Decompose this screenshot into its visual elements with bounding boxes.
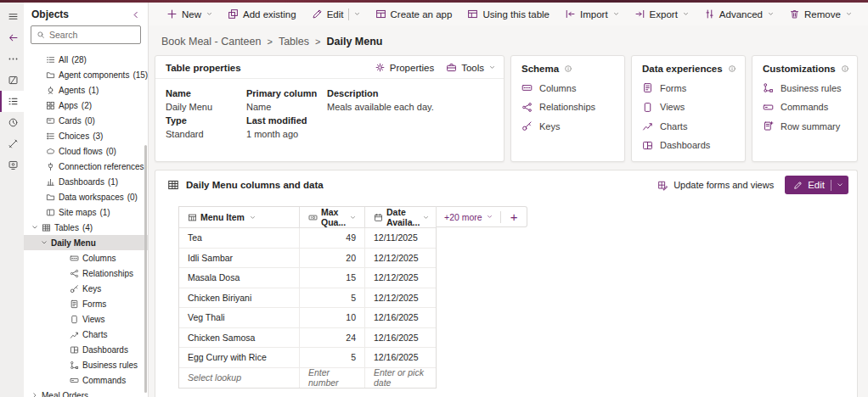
more-columns-button[interactable]: +20 more [444,212,493,222]
sidebar-subitem-forms[interactable]: Forms [24,296,148,311]
info-icon[interactable] [728,64,736,73]
sidebar-item-all[interactable]: All(28) [24,52,148,67]
schema-card: Schema Columns Relationships Keys [510,55,625,162]
export-button[interactable]: Export [627,3,696,25]
column-header-date-available[interactable]: Date Availa... [365,207,436,227]
advanced-button[interactable]: Advanced [696,3,781,25]
card-title: Data experiences [642,64,723,74]
table-row[interactable]: Idli Sambar2012/12/2025 [179,249,436,269]
edit-table-button[interactable]: Edit [785,176,848,194]
sidebar-item-agent-components[interactable]: Agent components(15) [24,67,148,82]
sidebar-subitem-charts[interactable]: Charts [24,327,148,342]
chevron-right-icon [31,392,38,397]
remove-button[interactable]: Remove [781,3,860,25]
breadcrumb-solution[interactable]: Book Meal - Canteen [161,36,261,48]
hamburger-menu-icon[interactable] [0,6,24,27]
history-icon[interactable] [0,112,24,133]
business-rules-link[interactable]: Business rules [763,82,848,93]
collapse-sidebar-icon[interactable] [131,10,140,20]
sidebar-item-choices[interactable]: Choices(3) [24,128,148,143]
item-count: (0) [85,116,95,126]
search-input[interactable] [49,30,126,40]
sidebar-scrollbar[interactable] [144,145,147,393]
charts-icon [70,330,79,339]
dashboards-link[interactable]: Dashboards [642,140,736,151]
pencil-icon [793,181,803,190]
sidebar-item-data-workspaces[interactable]: Data workspaces(0) [24,189,148,204]
sidebar-subitem-columns[interactable]: Columns [24,250,148,266]
sidebar-subitem-dashboards[interactable]: Dashboards [24,342,148,357]
sidebar-item-meal-orders[interactable]: Meal Orders [24,388,148,397]
column-header-max-quantity[interactable]: Max Qua... [300,207,365,227]
folder-icon [46,193,55,202]
table-row[interactable]: Tea4912/11/2025 [179,228,436,249]
charts-link[interactable]: Charts [642,120,736,131]
tools-button[interactable]: Tools [446,62,495,73]
pages-icon[interactable] [0,70,24,91]
schema-columns-link[interactable]: Columns [521,82,616,93]
sidebar-search[interactable] [31,25,141,44]
views-link[interactable]: Views [642,102,736,113]
update-forms-icon [657,180,668,191]
item-label: Choices [59,131,89,141]
properties-button[interactable]: Properties [375,62,434,73]
item-label: Tables [54,223,79,232]
info-icon[interactable] [564,64,572,73]
columns-and-data-card: Daily Menu columns and data Update forms… [155,170,858,397]
chevron-down-icon [423,215,429,221]
property-description: DescriptionMeals available each day. [327,87,493,114]
new-button[interactable]: New [159,3,220,25]
forms-link[interactable]: Forms [642,82,736,93]
import-button[interactable]: Import [557,3,627,25]
schema-relationships-link[interactable]: Relationships [521,102,616,113]
schema-keys-link[interactable]: Keys [521,120,616,131]
commands-link[interactable]: Commands [763,102,848,113]
sidebar-item-dashboards[interactable]: Dashboards(1) [24,174,148,189]
chevron-down-icon [613,11,619,17]
table-row[interactable]: Egg Curry with Rice512/16/2025 [179,348,436,368]
table-row[interactable]: Veg Thali1012/16/2025 [179,308,436,328]
breadcrumb: Book Meal - Canteen > Tables > Daily Men… [161,36,858,48]
sidebar-item-apps[interactable]: Apps(2) [24,98,148,113]
overflow-menu-icon[interactable] [0,48,24,70]
chevron-down-icon[interactable] [831,182,848,188]
sidebar-subitem-views[interactable]: Views [24,311,148,327]
property-type: TypeStandard [166,114,246,141]
sidebar-subitem-commands[interactable]: Commands [24,372,148,388]
item-label: Commands [82,376,126,385]
edit-button[interactable]: Edit [304,3,368,25]
sidebar-item-site-maps[interactable]: Site maps(1) [24,204,148,220]
sidebar-subitem-keys[interactable]: Keys [24,281,148,296]
back-arrow-icon[interactable] [0,27,24,48]
sidebar-item-tables[interactable]: Tables(4) [24,220,148,235]
divider [348,8,349,20]
objects-tree-icon[interactable] [0,91,24,112]
wand-icon[interactable] [0,133,24,154]
table-row[interactable]: Chicken Samosa2412/16/2025 [179,328,436,349]
item-count: (1) [88,86,99,95]
table-row[interactable]: Chicken Biriyani512/12/2025 [179,288,436,309]
column-header-menu-item[interactable]: Menu Item [179,207,300,227]
chevron-down-icon [350,215,356,221]
sidebar-subitem-business-rules[interactable]: Business rules [24,357,148,372]
monitor-icon[interactable] [0,154,24,176]
add-existing-button[interactable]: Add existing [220,3,304,25]
sidebar-item-daily-menu[interactable]: Daily Menu [24,235,148,250]
sidebar-item-cards[interactable]: Cards(0) [24,113,148,128]
breadcrumb-tables[interactable]: Tables [279,36,309,48]
using-this-table-button[interactable]: Using this table [459,3,557,25]
add-column-button[interactable]: + [509,210,520,223]
create-an-app-button[interactable]: Create an app [368,3,460,25]
sidebar-item-cloud-flows[interactable]: Cloud flows(0) [24,143,148,159]
new-row-placeholder[interactable]: Select lookupEnter numberEnter or pick d… [179,368,436,389]
item-label: Columns [82,254,116,263]
table-row[interactable]: Masala Dosa1512/12/2025 [179,268,436,288]
sidebar-item-connection-references[interactable]: Connection references(1) [24,159,148,174]
update-forms-and-views-button[interactable]: Update forms and views [657,180,774,191]
item-count: (3) [93,131,103,141]
sidebar-subitem-relationships[interactable]: Relationships [24,266,148,281]
sidebar-item-agents[interactable]: Agents(1) [24,82,148,98]
item-label: Agents [59,86,85,95]
row-summary-link[interactable]: Row summary [763,120,848,131]
info-icon[interactable] [841,64,849,73]
